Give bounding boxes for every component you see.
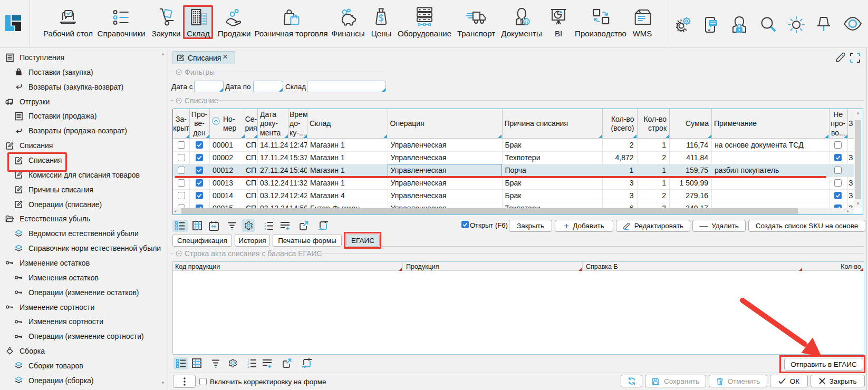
svg-text:1: 1 [247, 359, 249, 362]
svg-text:3: 3 [264, 228, 266, 230]
svg-text:3: 3 [247, 365, 249, 368]
svg-text:1: 1 [264, 221, 266, 225]
